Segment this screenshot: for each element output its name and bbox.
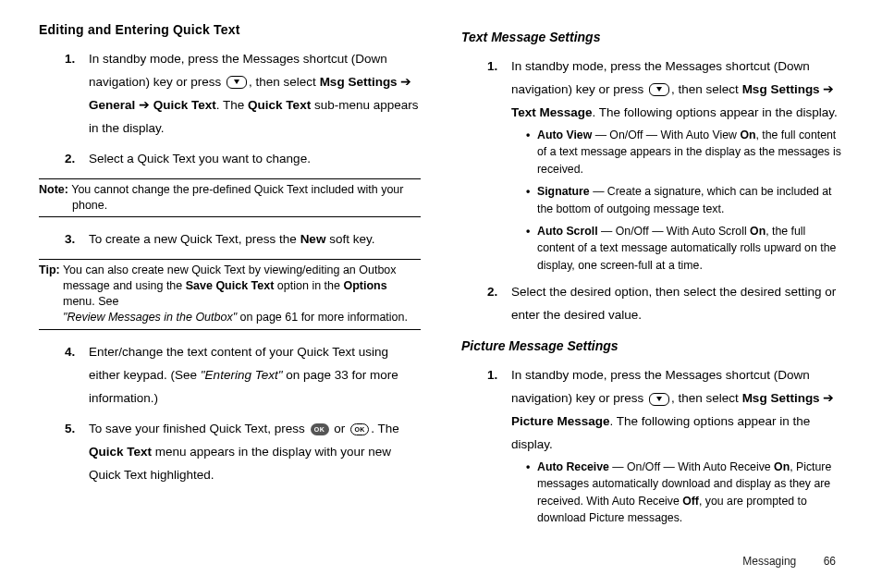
list-item: 2. Select the desired option, then selec… xyxy=(487,281,843,327)
quick-text-steps: 1. In standby mode, press the Messages s… xyxy=(39,48,421,171)
step-number: 2. xyxy=(487,281,497,304)
heading-editing-quick-text: Editing and Entering Quick Text xyxy=(39,18,421,43)
tip-text: You can also create new Quick Text by vi… xyxy=(60,263,397,276)
pic-options-bullets: Auto Receive — On/Off — With Auto Receiv… xyxy=(511,459,843,527)
list-item: 5. To save your finished Quick Text, pre… xyxy=(65,418,421,487)
nav-key-icon xyxy=(649,83,669,96)
step-text: Select the desired option, then select t… xyxy=(511,285,836,322)
pic-msg-steps: 1. In standby mode, press the Messages s… xyxy=(461,364,843,527)
tip-text-cont: message and using the Save Quick Text op… xyxy=(39,278,421,325)
list-item: Auto View — On/Off — With Auto View On, … xyxy=(526,127,843,178)
ok-key-filled-icon: OK xyxy=(311,423,329,435)
left-column: Editing and Entering Quick Text 1. In st… xyxy=(39,18,441,545)
step-number: 1. xyxy=(65,48,75,71)
tip-label: Tip: xyxy=(39,263,60,276)
list-item: 3. To create a new Quick Text, press the… xyxy=(65,228,421,251)
page-footer: Messaging 66 xyxy=(742,555,836,568)
step-text: In standby mode, press the Messages shor… xyxy=(511,59,838,119)
right-column: Text Message Settings 1. In standby mode… xyxy=(441,18,843,545)
heading-text-msg-settings: Text Message Settings xyxy=(461,26,843,50)
footer-page-number: 66 xyxy=(824,555,836,568)
note-label: Note: xyxy=(39,183,68,196)
step-number: 1. xyxy=(487,364,497,387)
step-text: To save your finished Quick Text, press … xyxy=(89,422,399,482)
step-text: Enter/change the text content of your Qu… xyxy=(89,345,398,405)
nav-key-icon xyxy=(227,76,247,89)
step-number: 1. xyxy=(487,55,497,79)
nav-key-icon xyxy=(649,393,669,406)
text-msg-steps: 1. In standby mode, press the Messages s… xyxy=(461,55,843,327)
step-text: In standby mode, press the Messages shor… xyxy=(89,52,418,135)
step-text: Select a Quick Text you want to change. xyxy=(89,152,311,165)
step-number: 4. xyxy=(65,341,75,364)
list-item: Auto Receive — On/Off — With Auto Receiv… xyxy=(526,459,843,527)
step-number: 5. xyxy=(65,418,75,441)
ok-key-outline-icon: OK xyxy=(350,423,369,435)
quick-text-steps-cont: 3. To create a new Quick Text, press the… xyxy=(39,228,421,251)
note-text-cont: phone. xyxy=(39,198,421,214)
list-item: 4. Enter/change the text content of your… xyxy=(65,341,421,410)
list-item: 2. Select a Quick Text you want to chang… xyxy=(65,148,421,171)
list-item: Signature — Create a signature, which ca… xyxy=(526,183,843,217)
step-text: In standby mode, press the Messages shor… xyxy=(511,368,834,451)
heading-picture-msg-settings: Picture Message Settings xyxy=(461,335,843,359)
step-text: To create a new Quick Text, press the Ne… xyxy=(89,232,374,246)
page: Editing and Entering Quick Text 1. In st… xyxy=(0,0,882,555)
list-item: 1. In standby mode, press the Messages s… xyxy=(65,48,421,141)
list-item: Auto Scroll — On/Off — With Auto Scroll … xyxy=(526,223,843,274)
step-number: 3. xyxy=(65,228,75,251)
list-item: 1. In standby mode, press the Messages s… xyxy=(487,364,843,527)
quick-text-steps-cont2: 4. Enter/change the text content of your… xyxy=(39,341,421,487)
footer-section: Messaging xyxy=(742,555,796,568)
note-box: Note: You cannot change the pre-defined … xyxy=(39,178,421,218)
list-item: 1. In standby mode, press the Messages s… xyxy=(487,55,843,274)
note-text: You cannot change the pre-defined Quick … xyxy=(68,183,404,196)
tip-box: Tip: You can also create new Quick Text … xyxy=(39,259,421,330)
step-number: 2. xyxy=(65,148,75,171)
text-options-bullets: Auto View — On/Off — With Auto View On, … xyxy=(511,127,843,275)
